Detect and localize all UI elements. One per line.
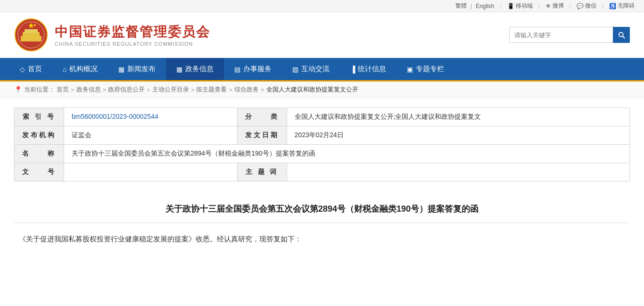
breadcrumb-active-dir[interactable]: 主动公开目录 (152, 85, 189, 94)
topics-icon: ▣ (407, 66, 413, 73)
publisher-label: 发布机构 (15, 126, 64, 145)
wechat-icon: 💬 (577, 3, 584, 9)
category-value: 全国人大建议和政协提案复文公开;全国人大建议和政协提案复文 (287, 108, 629, 126)
bc-sep5: > (229, 86, 232, 93)
document-info-table: 索 引 号 bm56000001/2023-00002544 分 类 全国人大建… (14, 108, 630, 182)
main-content: 索 引 号 bm56000001/2023-00002544 分 类 全国人大建… (0, 98, 644, 255)
top-utility-bar: 繁體 | English | 📱 移动端 | 👁 微博 | 💬 微信 | ♿ 无… (0, 0, 644, 12)
location-icon: 📍 (14, 86, 22, 93)
org-name-en: CHINA SECURITIES REGULATORY COMMISSION (55, 41, 210, 47)
bc-sep1: > (71, 86, 74, 93)
stats-icon: ▐ (350, 66, 355, 73)
nav-politics-label: 政务信息 (185, 65, 214, 74)
doc-num-label: 文 号 (15, 163, 64, 182)
bc-sep3: > (147, 86, 150, 93)
breadcrumb-current: 全国人大建议和政协提案复文公开 (266, 85, 358, 94)
svg-rect-4 (25, 29, 38, 33)
nav-stats[interactable]: ▐ 统计信息 (340, 58, 396, 80)
sep4: | (602, 3, 603, 9)
home-icon: ◇ (20, 66, 25, 73)
nav-about-label: 机构概况 (69, 65, 98, 74)
weibo-icon: 👁 (545, 3, 551, 9)
service-icon: ▤ (234, 66, 240, 73)
interaction-icon: ▨ (292, 66, 298, 73)
nav-about[interactable]: ⌂ 机构概况 (52, 58, 108, 80)
csrc-logo (14, 18, 48, 52)
article-divider (14, 223, 630, 223)
site-header: 中国证券监督管理委员会 CHINA SECURITIES REGULATORY … (0, 12, 644, 58)
date-value: 2023年02月24日 (287, 126, 629, 145)
nav-topics[interactable]: ▣ 专题专栏 (396, 58, 454, 80)
nav-service-label: 办事服务 (243, 65, 272, 74)
article-title: 关于政协十三届全国委员会第五次会议第2894号（财税金融类190号）提案答复的函 (14, 193, 630, 223)
bc-sep6: > (261, 86, 264, 93)
accessible-link[interactable]: ♿ 无障碍 (609, 2, 635, 10)
nav-home-label: 首页 (28, 65, 42, 74)
politics-icon: ▦ (176, 66, 182, 73)
breadcrumb-home[interactable]: 首页 (57, 85, 69, 94)
breadcrumb-govinfo[interactable]: 政府信息公开 (108, 85, 145, 94)
wechat-link[interactable]: 💬 微信 (577, 2, 596, 10)
nav-news-label: 新闻发布 (127, 65, 156, 74)
breadcrumb-by-topic[interactable]: 按主题查看 (196, 85, 227, 94)
doc-name-value: 关于政协十三届全国委员会第五次会议第2894号（财税金融类190号）提案答复的函 (64, 145, 630, 163)
bc-sep4: > (191, 86, 195, 93)
logo-text: 中国证券监督管理委员会 CHINA SECURITIES REGULATORY … (55, 23, 210, 47)
category-label: 分 类 (237, 108, 287, 126)
accessible-icon: ♿ (609, 3, 616, 9)
breadcrumb-politics[interactable]: 政务信息 (76, 85, 101, 94)
lang-separator: | (471, 3, 472, 9)
org-name-cn: 中国证券监督管理委员会 (55, 23, 210, 41)
nav-interaction-label: 互动交流 (301, 65, 330, 74)
nav-politics[interactable]: ▦ 政务信息 (166, 58, 224, 82)
breadcrumb-general[interactable]: 综合政务 (234, 85, 259, 94)
sep2: | (538, 3, 540, 9)
search-button[interactable] (613, 27, 630, 43)
logo-area: 中国证券监督管理委员会 CHINA SECURITIES REGULATORY … (14, 18, 509, 52)
subject-value (287, 163, 629, 182)
doc-name-label: 名 称 (15, 145, 64, 163)
news-icon: ▦ (118, 66, 124, 73)
breadcrumb: 📍 当前位置： 首页 > 政务信息 > 政府信息公开 > 主动公开目录 > 按主… (0, 82, 644, 98)
date-label: 发文日期 (237, 126, 287, 145)
nav-service[interactable]: ▤ 办事服务 (224, 58, 282, 80)
article-body: 《关于促进我国私募股权投资行业健康稳定发展的提案》收悉。经认真研究，现答复如下： (14, 232, 630, 246)
publisher-value: 证监会 (64, 126, 238, 145)
nav-home[interactable]: ◇ 首页 (9, 58, 52, 80)
doc-name-row: 名 称 关于政协十三届全国委员会第五次会议第2894号（财税金融类190号）提案… (15, 145, 630, 163)
index-row: 索 引 号 bm56000001/2023-00002544 分 类 全国人大建… (15, 108, 630, 126)
english-link[interactable]: English (476, 3, 494, 9)
mobile-link[interactable]: 📱 移动端 (507, 2, 533, 10)
main-navigation: ◇ 首页 ⌂ 机构概况 ▦ 新闻发布 ▦ 政务信息 ▤ 办事服务 ▨ 互动交流 … (0, 58, 644, 82)
sep3: | (570, 3, 571, 9)
nav-stats-label: 统计信息 (358, 65, 386, 74)
subject-label: 主 题 词 (237, 163, 287, 182)
doc-num-row: 文 号 主 题 词 (15, 163, 630, 182)
search-input[interactable] (509, 27, 613, 43)
search-icon (617, 31, 626, 39)
about-icon: ⌂ (63, 66, 66, 73)
bc-sep2: > (103, 86, 107, 93)
search-area (509, 27, 630, 43)
breadcrumb-prefix: 当前位置： (24, 85, 55, 94)
traditional-chinese-link[interactable]: 繁體 (455, 2, 467, 10)
sep1: | (500, 3, 502, 9)
index-label: 索 引 号 (15, 108, 64, 126)
mobile-icon: 📱 (507, 3, 514, 9)
doc-num-value (64, 163, 238, 182)
nav-news[interactable]: ▦ 新闻发布 (108, 58, 166, 80)
index-value: bm56000001/2023-00002544 (64, 108, 238, 126)
nav-topics-label: 专题专栏 (416, 65, 444, 74)
publisher-row: 发布机构 证监会 发文日期 2023年02月24日 (15, 126, 630, 145)
weibo-link[interactable]: 👁 微博 (545, 2, 564, 10)
nav-interaction[interactable]: ▨ 互动交流 (282, 58, 340, 80)
